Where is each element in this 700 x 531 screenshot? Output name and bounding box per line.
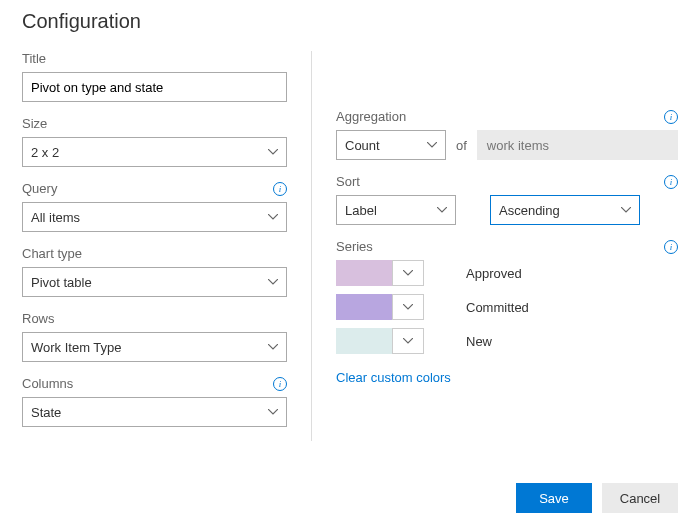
color-picker-button[interactable] bbox=[392, 260, 424, 286]
title-label: Title bbox=[22, 51, 46, 66]
color-swatch bbox=[336, 294, 392, 320]
query-value: All items bbox=[31, 210, 80, 225]
series-label-text: Committed bbox=[466, 300, 529, 315]
sort-label: Sort bbox=[336, 174, 360, 189]
save-button[interactable]: Save bbox=[516, 483, 592, 513]
columns-select[interactable]: State bbox=[22, 397, 287, 427]
aggregation-target: work items bbox=[477, 130, 678, 160]
size-value: 2 x 2 bbox=[31, 145, 59, 160]
of-text: of bbox=[456, 138, 467, 153]
charttype-select[interactable]: Pivot table bbox=[22, 267, 287, 297]
rows-label: Rows bbox=[22, 311, 55, 326]
chevron-down-icon bbox=[427, 142, 437, 148]
series-row: Committed bbox=[336, 294, 678, 320]
series-row: New bbox=[336, 328, 678, 354]
info-icon[interactable]: i bbox=[273, 377, 287, 391]
clear-colors-link[interactable]: Clear custom colors bbox=[336, 370, 451, 385]
charttype-label: Chart type bbox=[22, 246, 82, 261]
footer: Save Cancel bbox=[516, 483, 678, 513]
charttype-value: Pivot table bbox=[31, 275, 92, 290]
series-label-text: Approved bbox=[466, 266, 522, 281]
series-label-text: New bbox=[466, 334, 492, 349]
color-picker-button[interactable] bbox=[392, 294, 424, 320]
rows-select[interactable]: Work Item Type bbox=[22, 332, 287, 362]
chevron-down-icon bbox=[268, 279, 278, 285]
info-icon[interactable]: i bbox=[664, 175, 678, 189]
info-icon[interactable]: i bbox=[273, 182, 287, 196]
aggregation-select[interactable]: Count bbox=[336, 130, 446, 160]
query-select[interactable]: All items bbox=[22, 202, 287, 232]
query-label: Query bbox=[22, 181, 57, 196]
right-column: Aggregation i Count of work items Sort i bbox=[312, 51, 678, 441]
sort-field-value: Label bbox=[345, 203, 377, 218]
series-row: Approved bbox=[336, 260, 678, 286]
color-swatch bbox=[336, 328, 392, 354]
columns-label: Columns bbox=[22, 376, 73, 391]
info-icon[interactable]: i bbox=[664, 110, 678, 124]
chevron-down-icon bbox=[621, 207, 631, 213]
color-swatch bbox=[336, 260, 392, 286]
chevron-down-icon bbox=[268, 344, 278, 350]
size-label: Size bbox=[22, 116, 47, 131]
sort-field-select[interactable]: Label bbox=[336, 195, 456, 225]
chevron-down-icon bbox=[268, 149, 278, 155]
series-list: ApprovedCommittedNew bbox=[336, 260, 678, 354]
sort-direction-select[interactable]: Ascending bbox=[490, 195, 640, 225]
sort-direction-value: Ascending bbox=[499, 203, 560, 218]
series-label: Series bbox=[336, 239, 373, 254]
title-input[interactable] bbox=[22, 72, 287, 102]
color-picker-button[interactable] bbox=[392, 328, 424, 354]
chevron-down-icon bbox=[437, 207, 447, 213]
left-column: Title Size 2 x 2 Query i All items bbox=[22, 51, 312, 441]
cancel-button[interactable]: Cancel bbox=[602, 483, 678, 513]
size-select[interactable]: 2 x 2 bbox=[22, 137, 287, 167]
rows-value: Work Item Type bbox=[31, 340, 122, 355]
aggregation-label: Aggregation bbox=[336, 109, 406, 124]
chevron-down-icon bbox=[268, 409, 278, 415]
page-title: Configuration bbox=[22, 10, 678, 33]
aggregation-value: Count bbox=[345, 138, 380, 153]
columns-value: State bbox=[31, 405, 61, 420]
chevron-down-icon bbox=[268, 214, 278, 220]
info-icon[interactable]: i bbox=[664, 240, 678, 254]
